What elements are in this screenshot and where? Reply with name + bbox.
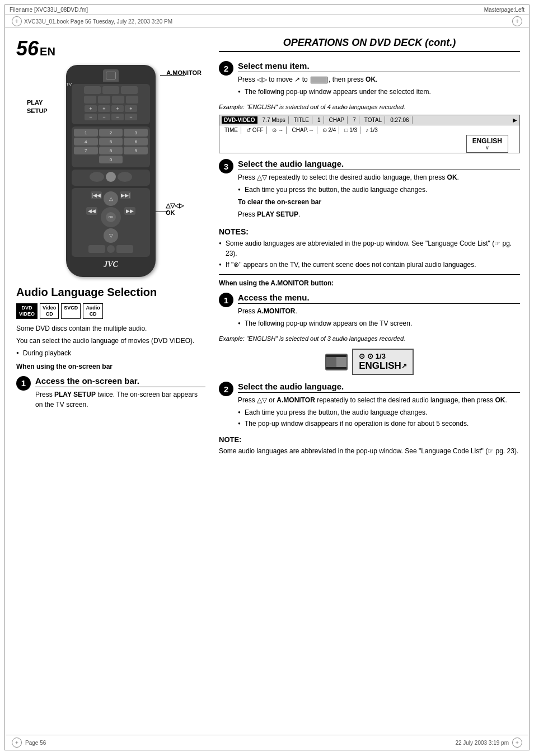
footer-crosshair-right: +	[512, 738, 522, 748]
page-outer: Filename [XVC33U_08DVD.fm] Masterpage:Le…	[4, 4, 530, 750]
header-bar: Filename [XVC33U_08DVD.fm] Masterpage:Le…	[5, 5, 529, 15]
dvd-time: TIME	[222, 126, 241, 134]
rem-btn-5[interactable]	[98, 96, 110, 104]
example-text-2: Example: "ENGLISH" is selected out of 3 …	[219, 335, 520, 342]
sub-header: XVC33U_01.book Page 56 Tuesday, July 22,…	[5, 15, 529, 28]
example-text-1: Example: "ENGLISH" is selected out of 4 …	[219, 104, 520, 110]
dvd-popup-text: ENGLISH	[472, 137, 502, 145]
num-9[interactable]: 9	[124, 147, 148, 154]
dpad-ok[interactable]: OK	[106, 212, 116, 222]
pm-btn-3a[interactable]: +	[111, 105, 124, 112]
num-8[interactable]: 8	[99, 147, 123, 154]
dvd-chap-label: CHAP	[326, 116, 348, 124]
rem-bot-1[interactable]	[88, 245, 105, 253]
step2-amonitor-box: 2 Select the audio language. Press △▽ or…	[219, 382, 520, 430]
dvd-bar: DVD-VIDEO 7.7 Mbps TITLE 1 CHAP 7 TOTAL …	[219, 115, 520, 153]
num-2[interactable]: 2	[99, 129, 123, 137]
note-1: Some audio languages are abbreviated in …	[219, 238, 520, 259]
footer-date: 22 July 2003 3:19 pm	[455, 740, 509, 746]
pm-btn-2a[interactable]: +	[98, 105, 110, 112]
rem-mid-1[interactable]	[90, 172, 104, 182]
num-5[interactable]: 5	[99, 138, 123, 145]
step1-amonitor-bullet: The following pop-up window appears on t…	[238, 318, 520, 328]
tv-icon	[325, 354, 348, 370]
masterpage-label: Masterpage:Left	[484, 7, 524, 13]
subheader-text: XVC33U_01.book Page 56 Tuesday, July 22,…	[24, 18, 172, 25]
rem-mid-3[interactable]	[118, 172, 132, 182]
footer-page: Page 56	[25, 740, 46, 746]
ok-label: △▽◁▷OK	[166, 202, 184, 216]
play-setup-label: PLAYSETUP	[27, 98, 48, 116]
step2-amonitor-bullet2: The pop-up window disappears if no opera…	[238, 419, 520, 429]
num-1[interactable]: 1	[74, 129, 98, 137]
step1-heading: Access the on-screen bar.	[35, 376, 205, 387]
badges-row: DVDVIDEO VideoCD SVCD AudioCD	[16, 303, 205, 319]
rem-bot-3[interactable]	[116, 245, 133, 253]
rem-btn-7[interactable]	[126, 96, 138, 104]
dvd-disc: ⊙ →	[269, 126, 287, 134]
step2-amonitor-body: Press △▽ or A.MONITOR repeatedly to sele…	[238, 395, 520, 405]
num-6[interactable]: 6	[124, 138, 148, 145]
step3-clear-body: Press PLAY SETUP.	[238, 209, 520, 219]
step3-box: 3 Select the audio language. Press △▽ re…	[219, 159, 520, 222]
pm-btn-4b[interactable]: −	[125, 114, 137, 120]
step1-amonitor-box: 1 Access the menu. Press A.MONITOR. The …	[219, 293, 520, 330]
trans-left[interactable]: ◀◀	[86, 207, 97, 215]
num-4[interactable]: 4	[74, 138, 98, 145]
divider-1	[219, 274, 520, 275]
num-0[interactable]: 0	[99, 156, 123, 163]
step1-box: 1 Access the on-screen bar. Press PLAY S…	[16, 376, 205, 412]
rem-btn-4[interactable]	[84, 96, 96, 104]
rem-btn-2[interactable]	[102, 86, 119, 94]
pm-btn-3b[interactable]: −	[111, 114, 124, 120]
pm-btn-2b[interactable]: −	[98, 114, 110, 120]
trans-next[interactable]: ▶▶|	[120, 191, 131, 199]
pm-btn-4a[interactable]: +	[125, 105, 137, 112]
trans-up[interactable]: △	[104, 191, 118, 206]
notes-title: NOTES:	[219, 227, 520, 236]
dvd-bar-row1: DVD-VIDEO 7.7 Mbps TITLE 1 CHAP 7 TOTAL …	[219, 115, 519, 125]
dvd-bar-row2: TIME ↺ OFF ⊙ → CHAP.→ ⊙ 2/4 □ 1/3 ♪ 1/3	[219, 125, 519, 135]
rem-btn-1[interactable]	[84, 86, 101, 94]
step2-top-heading: Select menu item.	[238, 61, 520, 72]
step3-heading: Select the audio language.	[238, 159, 520, 170]
num-7[interactable]: 7	[74, 147, 98, 154]
rem-btn-3[interactable]	[121, 86, 138, 94]
badge-video-cd: VideoCD	[40, 303, 59, 319]
step1-body: Press PLAY SETUP twice. The on-screen ba…	[35, 389, 205, 410]
dvd-popup-arrow: ∨	[472, 145, 502, 151]
dvd-mbps: 7.7 Mbps	[260, 116, 289, 124]
num-3[interactable]: 3	[124, 129, 148, 137]
pm-btn-1a[interactable]: +	[85, 105, 97, 112]
rem-btn-6[interactable]	[112, 96, 124, 104]
trans-right[interactable]: ▶▶	[124, 207, 135, 215]
step1-content: Access the on-screen bar. Press PLAY SET…	[35, 376, 205, 412]
audio-section-title: Audio Language Selection	[16, 286, 205, 299]
tv-popup-arrow: ↗	[401, 362, 407, 370]
step3-bullet: Each time you press the button, the audi…	[238, 185, 520, 195]
tv-popup-english: ENGLISH ↗	[359, 360, 407, 372]
rem-mid-2[interactable]	[106, 172, 116, 182]
ok-line	[156, 212, 168, 212]
rem-bot-2[interactable]	[107, 245, 115, 253]
badge-dvd-video: DVDVIDEO	[16, 303, 38, 319]
filename-label: Filename [XVC33U_08DVD.fm]	[10, 7, 88, 13]
dvd-repeat: ↺ OFF	[243, 126, 267, 134]
trans-prev[interactable]: |◀◀	[91, 191, 102, 199]
remote-top	[72, 69, 150, 82]
dpad: OK	[101, 207, 121, 227]
dvd-title-label: TITLE	[291, 116, 312, 124]
step1-amonitor-content: Access the menu. Press A.MONITOR. The fo…	[238, 293, 520, 330]
trans-down[interactable]: ▽	[104, 228, 118, 243]
section-title: OPERATIONS ON DVD DECK (cont.)	[219, 37, 520, 52]
left-column: 56 EN PLAYSETUP ·TV	[5, 28, 212, 467]
note-2: If "⊗" appears on the TV, the current sc…	[219, 260, 520, 270]
footer-crosshair-left: +	[12, 738, 22, 748]
tv-popup: ⊙ ⊙ 1/3 ENGLISH ↗	[352, 349, 414, 375]
crosshair-right	[512, 16, 522, 26]
dvd-sub: □ 1/3	[341, 126, 360, 134]
remote-numpad: 1 2 3 4 5 6 7 8 9 0	[72, 126, 150, 167]
tv-display-container: ⊙ ⊙ 1/3 ENGLISH ↗	[219, 349, 520, 375]
when-amonitor-label: When using the A.MONITOR button:	[219, 279, 520, 287]
pm-btn-1b[interactable]: −	[85, 114, 97, 120]
